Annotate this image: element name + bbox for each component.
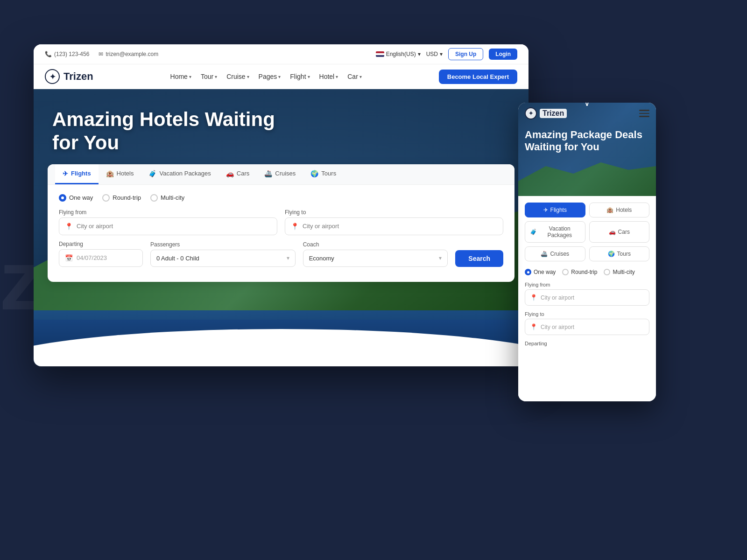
flying-to-input[interactable]: 📍 xyxy=(285,217,503,235)
mobile-tab-flights[interactable]: ✈ Flights xyxy=(525,203,585,217)
mobile-hotels-label: Hotels xyxy=(616,207,632,213)
mobile-multi-city-label: Multi-city xyxy=(613,269,634,275)
mobile-tab-cruises[interactable]: 🚢 Cruises xyxy=(525,246,585,261)
mobile-tab-row-3: 🚢 Cruises 🌍 Tours xyxy=(525,246,649,261)
email-info: ✉ trizen@example.com xyxy=(99,51,158,57)
mobile-flying-to-label: Flying to xyxy=(525,311,649,317)
mobile-logo: ✦ Trizen xyxy=(525,107,567,119)
mobile-to-placeholder: City or airport xyxy=(541,324,574,330)
flying-to-group: Flying to 📍 xyxy=(285,209,503,235)
mobile-round-trip[interactable]: Round-trip xyxy=(562,269,597,275)
search-box: ✈ Flights 🏨 Hotels 🧳 Vacation Packages 🚗… xyxy=(48,164,514,282)
signup-button[interactable]: Sign Up xyxy=(448,48,483,60)
mobile-tab-tours[interactable]: 🌍 Tours xyxy=(589,246,650,261)
flights-tab-icon: ✈ xyxy=(63,170,68,177)
departing-group: Departing 📅 xyxy=(59,241,143,267)
details-row: Departing 📅 Passengers 0 Adult - 0 Child… xyxy=(59,241,503,267)
currency-chevron: ▾ xyxy=(440,51,443,57)
mobile-multi-city[interactable]: Multi-city xyxy=(604,269,634,275)
round-trip-label: Round-trip xyxy=(113,194,141,201)
cruises-tab-icon: 🚢 xyxy=(264,170,272,177)
mobile-flying-to-input[interactable]: 📍 City or airport xyxy=(525,319,649,335)
nav-hotel[interactable]: Hotel ▾ xyxy=(319,73,338,80)
passengers-select[interactable]: 0 Adult - 0 Child ▾ xyxy=(150,250,296,267)
mobile-departing-label: Departing xyxy=(525,341,649,346)
currency-label: USD xyxy=(426,51,438,57)
flying-from-field[interactable] xyxy=(77,223,271,230)
hamburger-menu[interactable] xyxy=(639,110,649,117)
mobile-logo-icon: ✦ xyxy=(525,107,537,119)
flying-to-field[interactable] xyxy=(303,223,497,230)
hamburger-line-1 xyxy=(639,110,649,111)
mobile-hotels-icon: 🏨 xyxy=(606,207,613,213)
mobile-one-way-radio[interactable] xyxy=(525,269,531,275)
tab-cruises[interactable]: 🚢 Cruises xyxy=(257,164,303,184)
mobile-round-trip-radio[interactable] xyxy=(562,269,569,275)
flying-from-input[interactable]: 📍 xyxy=(59,217,277,235)
mobile-to-icon: 📍 xyxy=(530,323,537,330)
mobile-trip-type: One way Round-trip Multi-city xyxy=(525,269,649,275)
tours-tab-icon: 🌍 xyxy=(310,170,318,177)
mobile-one-way[interactable]: One way xyxy=(525,269,556,275)
flying-from-label: Flying from xyxy=(59,209,277,216)
mobile-hero-title: Amazing Package Deals Waiting for You xyxy=(518,124,656,158)
passengers-chevron: ▾ xyxy=(287,255,289,261)
tab-flights[interactable]: ✈ Flights xyxy=(55,164,99,184)
search-tabs: ✈ Flights 🏨 Hotels 🧳 Vacation Packages 🚗… xyxy=(48,164,514,185)
flag-icon xyxy=(376,51,384,57)
one-way-option[interactable]: One way xyxy=(59,194,93,202)
tab-vacation-packages[interactable]: 🧳 Vacation Packages xyxy=(141,164,218,184)
tab-cars[interactable]: 🚗 Cars xyxy=(218,164,257,184)
logo-icon: ✦ xyxy=(45,69,60,84)
round-trip-option[interactable]: Round-trip xyxy=(102,194,141,202)
mobile-cruises-label: Cruises xyxy=(550,251,569,257)
nav-pages[interactable]: Pages ▾ xyxy=(259,73,281,80)
mobile-logo-text: Trizen xyxy=(540,109,567,118)
multi-city-label: Multi-city xyxy=(161,194,184,201)
nav-flight[interactable]: Flight ▾ xyxy=(290,73,310,80)
multi-city-radio[interactable] xyxy=(150,194,158,202)
mobile-multi-city-radio[interactable] xyxy=(604,269,610,275)
mobile-tab-cars[interactable]: 🚗 Cars xyxy=(589,221,650,243)
mobile-one-way-label: One way xyxy=(534,269,556,275)
nav-cruise[interactable]: Cruise ▾ xyxy=(226,73,249,80)
tab-tours[interactable]: 🌍 Tours xyxy=(303,164,344,184)
nav-car[interactable]: Car ▾ xyxy=(347,73,362,80)
nav-tour[interactable]: Tour ▾ xyxy=(201,73,217,80)
mobile-tabs: ✈ Flights 🏨 Hotels 🧳 Vacation Packages 🚗… xyxy=(518,196,656,269)
nav-home[interactable]: Home ▾ xyxy=(170,73,191,80)
become-expert-button[interactable]: Become Local Expert xyxy=(439,70,517,84)
navbar: ✦ Trizen Home ▾ Tour ▾ Cruise ▾ Pages ▾ … xyxy=(34,64,529,89)
phone-info: 📞 (123) 123-456 xyxy=(45,51,89,57)
logo-text: Trizen xyxy=(63,70,93,83)
coach-select[interactable]: Economy ▾ xyxy=(303,250,448,267)
mobile-flying-from-input[interactable]: 📍 City or airport xyxy=(525,289,649,306)
search-button[interactable]: Search xyxy=(455,250,503,267)
hero-title: Amazing Hotels Waiting for You xyxy=(34,89,314,164)
vacation-tab-icon: 🧳 xyxy=(148,170,156,177)
topbar-actions: English(US) ▾ USD ▾ Sign Up Login xyxy=(376,48,517,60)
mobile-vacation-label: Vacation Packages xyxy=(539,225,580,238)
topbar: 📞 (123) 123-456 ✉ trizen@example.com Eng… xyxy=(34,44,529,64)
round-trip-radio[interactable] xyxy=(102,194,110,202)
coach-group: Coach Economy ▾ xyxy=(303,241,448,267)
logo: ✦ Trizen xyxy=(45,69,93,84)
email-address: trizen@example.com xyxy=(106,51,158,57)
multi-city-option[interactable]: Multi-city xyxy=(150,194,184,202)
departing-field[interactable] xyxy=(77,254,137,261)
passengers-group: Passengers 0 Adult - 0 Child ▾ xyxy=(150,241,296,267)
desktop-browser-window: 📞 (123) 123-456 ✉ trizen@example.com Eng… xyxy=(34,44,529,366)
scroll-indicator: ∨ xyxy=(584,103,591,108)
language-selector[interactable]: English(US) ▾ xyxy=(376,51,421,57)
mobile-tab-hotels[interactable]: 🏨 Hotels xyxy=(589,203,650,217)
currency-selector[interactable]: USD ▾ xyxy=(426,51,443,57)
mobile-tab-row-2: 🧳 Vacation Packages 🚗 Cars xyxy=(525,221,649,243)
login-button[interactable]: Login xyxy=(489,49,517,60)
mobile-from-placeholder: City or airport xyxy=(541,294,574,301)
cruises-tab-label: Cruises xyxy=(275,170,296,177)
mobile-tab-vacation[interactable]: 🧳 Vacation Packages xyxy=(525,221,585,243)
one-way-radio[interactable] xyxy=(59,194,66,202)
departing-input[interactable]: 📅 xyxy=(59,249,143,267)
tab-hotels[interactable]: 🏨 Hotels xyxy=(99,164,141,184)
hamburger-line-2 xyxy=(639,113,649,114)
